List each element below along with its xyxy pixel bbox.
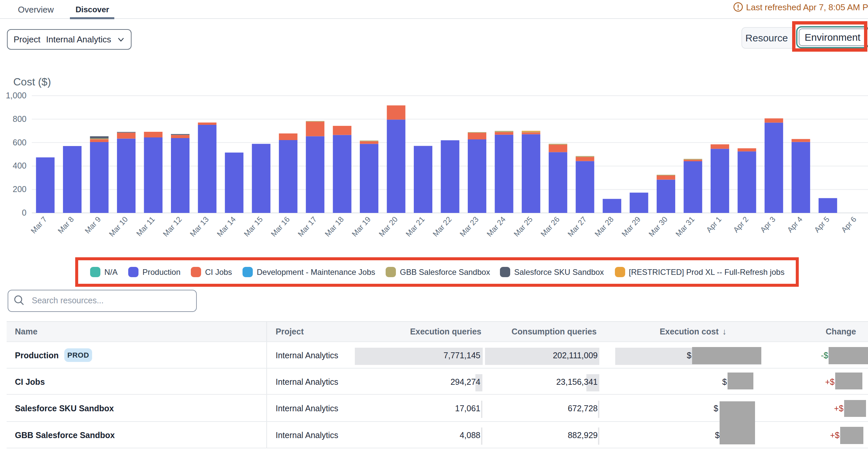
svg-text:Mar 23: Mar 23: [458, 215, 480, 238]
svg-text:Mar 15: Mar 15: [242, 215, 265, 238]
svg-text:0: 0: [22, 208, 27, 217]
svg-text:Mar 11: Mar 11: [134, 215, 156, 238]
svg-text:Mar 28: Mar 28: [593, 215, 615, 238]
svg-text:200: 200: [12, 185, 27, 194]
svg-text:Mar 17: Mar 17: [296, 215, 318, 238]
svg-text:Mar 24: Mar 24: [485, 215, 507, 238]
svg-text:600: 600: [12, 138, 27, 147]
svg-text:1,000: 1,000: [6, 91, 27, 100]
svg-text:Mar 12: Mar 12: [161, 215, 183, 238]
svg-text:Apr 4: Apr 4: [785, 215, 804, 234]
svg-text:Mar 21: Mar 21: [404, 215, 426, 238]
svg-text:Apr 6: Apr 6: [839, 215, 858, 234]
svg-text:Mar 14: Mar 14: [215, 215, 237, 238]
svg-text:Apr 1: Apr 1: [705, 215, 723, 234]
svg-text:Mar 8: Mar 8: [56, 215, 75, 235]
svg-text:Mar 13: Mar 13: [188, 215, 210, 238]
svg-text:Mar 30: Mar 30: [647, 215, 669, 238]
svg-text:Mar 7: Mar 7: [29, 215, 49, 235]
svg-text:Apr 2: Apr 2: [732, 215, 750, 234]
svg-text:Mar 31: Mar 31: [674, 215, 696, 238]
svg-text:Mar 20: Mar 20: [377, 215, 399, 238]
svg-text:Mar 29: Mar 29: [620, 215, 642, 238]
svg-text:Mar 16: Mar 16: [269, 215, 291, 238]
svg-text:Mar 26: Mar 26: [539, 215, 561, 238]
svg-text:Mar 9: Mar 9: [83, 215, 103, 235]
svg-text:Mar 22: Mar 22: [431, 215, 453, 238]
svg-text:Mar 25: Mar 25: [512, 215, 534, 238]
svg-text:800: 800: [12, 114, 27, 124]
svg-text:Apr 5: Apr 5: [812, 215, 831, 234]
svg-text:400: 400: [12, 161, 27, 170]
svg-text:Mar 27: Mar 27: [566, 215, 588, 238]
svg-text:Apr 3: Apr 3: [758, 215, 777, 234]
svg-text:Mar 18: Mar 18: [323, 215, 345, 238]
svg-text:Cost ($): Cost ($): [13, 76, 51, 88]
svg-text:Mar 19: Mar 19: [350, 215, 372, 238]
svg-text:Mar 10: Mar 10: [107, 215, 129, 238]
